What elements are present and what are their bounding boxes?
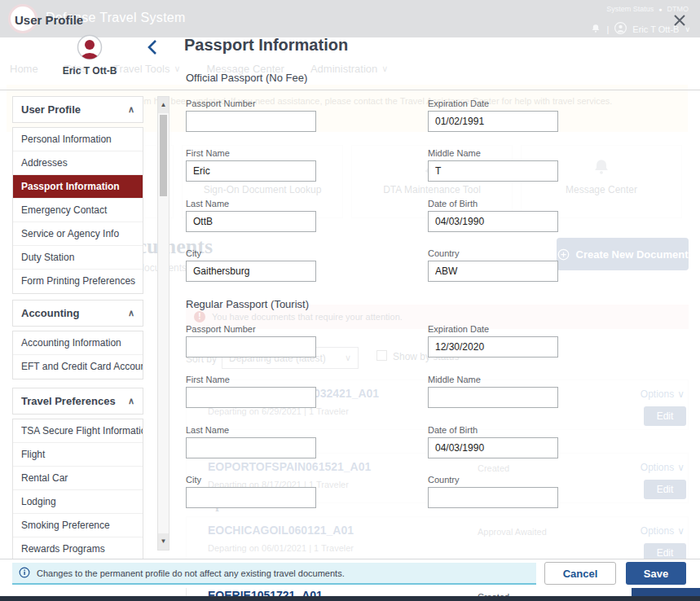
section-heading-official: Official Passport (No Fee): [186, 72, 307, 84]
expiration-date-label: Expiration Date: [428, 324, 489, 334]
expiration-date-input-tourist[interactable]: [428, 336, 558, 358]
scrollbar-thumb[interactable]: [160, 115, 167, 196]
first-name-input-official[interactable]: [186, 160, 316, 182]
passport-number-input-tourist[interactable]: [186, 336, 316, 358]
country-label: Country: [428, 475, 460, 485]
country-input-official[interactable]: [428, 261, 558, 282]
profile-avatar: [77, 34, 103, 64]
sidebar-item-duty-station[interactable]: Duty Station: [13, 246, 143, 270]
sidebar-item-service-or-agency-info[interactable]: Service or Agency Info: [13, 222, 143, 246]
date-of-birth-input-tourist[interactable]: [428, 437, 558, 458]
sidebar-group-accounting[interactable]: Accounting ∧: [12, 300, 143, 327]
middle-name-input-tourist[interactable]: [428, 387, 558, 408]
first-name-input-tourist[interactable]: [186, 387, 316, 408]
sidebar-item-flight[interactable]: Flight: [13, 443, 143, 467]
close-icon[interactable]: [668, 10, 691, 33]
sidebar-list-accounting: Accounting Information EFT and Credit Ca…: [12, 331, 143, 379]
sidebar-group-label: Travel Preferences: [21, 395, 116, 407]
cancel-button[interactable]: Cancel: [544, 562, 616, 585]
city-input-official[interactable]: [186, 261, 316, 282]
middle-name-input-official[interactable]: [428, 160, 558, 182]
passport-number-label: Passport Number: [186, 324, 256, 334]
chevron-up-icon: ∧: [128, 104, 134, 115]
middle-name-label: Middle Name: [428, 375, 481, 384]
sidebar-group-label: Accounting: [21, 307, 80, 319]
passport-number-input-official[interactable]: [186, 111, 316, 132]
last-name-label: Last Name: [186, 425, 229, 435]
chevron-up-icon: ∧: [128, 308, 134, 318]
sidebar-group-label: User Profile: [21, 103, 81, 116]
date-of-birth-label: Date of Birth: [428, 199, 478, 208]
passport-number-label: Passport Number: [186, 99, 256, 108]
screen: Defense Travel System System Status ● DT…: [0, 0, 700, 601]
sidebar-item-accounting-information[interactable]: Accounting Information: [13, 331, 143, 355]
page-footer: [0, 596, 700, 601]
sidebar-item-tsa-secure-flight-information[interactable]: TSA Secure Flight Information: [13, 419, 143, 443]
date-of-birth-input-official[interactable]: [428, 211, 558, 232]
sidebar-group-user-profile[interactable]: User Profile ∧: [12, 96, 143, 123]
modal-title: User Profile: [15, 13, 83, 27]
last-name-input-tourist[interactable]: [186, 437, 316, 458]
section-heading-tourist: Regular Passport (Tourist): [186, 298, 309, 310]
country-label: Country: [428, 248, 460, 258]
first-name-label: First Name: [186, 375, 230, 384]
profile-user-name: Eric T Ott-B: [51, 65, 129, 77]
expiration-date-input-official[interactable]: [428, 111, 558, 132]
sidebar-item-passport-information[interactable]: Passport Information: [13, 175, 143, 199]
city-input-tourist[interactable]: [186, 487, 316, 508]
scroll-down-icon[interactable]: ▼: [158, 533, 169, 550]
sidebar-list-travel-preferences: TSA Secure Flight Information Flight Ren…: [12, 419, 143, 562]
sidebar-item-lodging[interactable]: Lodging: [13, 490, 143, 514]
city-label: City: [186, 248, 201, 258]
sidebar-item-rewards-programs[interactable]: Rewards Programs: [13, 537, 143, 561]
save-button[interactable]: Save: [626, 562, 686, 585]
last-name-input-official[interactable]: [186, 211, 316, 232]
sidebar-item-smoking-preference[interactable]: Smoking Preference: [13, 514, 143, 537]
modal-page-heading: Passport Information: [184, 36, 348, 55]
info-banner-text: Changes to the permanent profile do not …: [37, 568, 345, 578]
info-icon: [19, 567, 30, 580]
chevron-up-icon: ∧: [128, 396, 134, 406]
sidebar-item-eft-and-credit-card-accounts[interactable]: EFT and Credit Card Accounts: [13, 355, 143, 379]
scroll-up-icon[interactable]: ▲: [158, 97, 169, 113]
last-name-label: Last Name: [186, 199, 229, 208]
sidebar-item-rental-car[interactable]: Rental Car: [13, 467, 143, 490]
header-divider: [0, 90, 700, 90]
sidebar-item-personal-information[interactable]: Personal Information: [13, 128, 143, 151]
city-label: City: [186, 475, 201, 485]
sidebar-group-travel-preferences[interactable]: Travel Preferences ∧: [12, 388, 143, 415]
expiration-date-label: Expiration Date: [428, 99, 489, 108]
modal-footer: Changes to the permanent profile do not …: [0, 559, 700, 588]
back-chevron-icon[interactable]: [143, 38, 160, 58]
modal-scrollbar[interactable]: ▲ ▼: [157, 96, 169, 551]
sidebar-item-emergency-contact[interactable]: Emergency Contact: [13, 199, 143, 222]
info-banner: Changes to the permanent profile do not …: [12, 563, 536, 585]
sidebar-list-user-profile: Personal Information Addresses Passport …: [12, 127, 143, 294]
middle-name-label: Middle Name: [428, 148, 481, 158]
sidebar-item-form-printing-preferences[interactable]: Form Printing Preferences: [13, 270, 143, 293]
country-input-tourist[interactable]: [428, 487, 558, 508]
date-of-birth-label: Date of Birth: [428, 425, 478, 435]
first-name-label: First Name: [186, 148, 230, 158]
sidebar-item-addresses[interactable]: Addresses: [13, 151, 143, 175]
